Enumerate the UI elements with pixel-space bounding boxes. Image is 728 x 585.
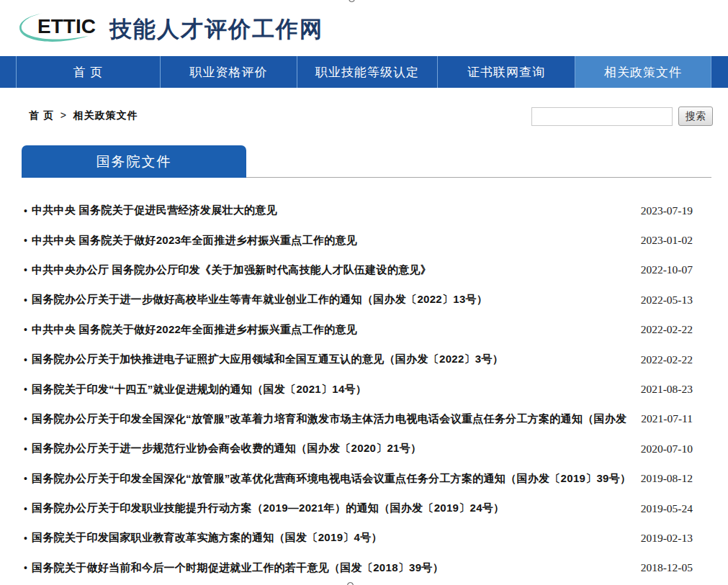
policy-document-list: • 中共中央 国务院关于促进民营经济发展壮大的意见 2023-07-19 • 中…	[22, 196, 711, 583]
document-row: • 国务院办公厅关于印发全国深化“放管服”改革优化营商环境电视电话会议重点任务分…	[22, 464, 711, 494]
document-date: 2019-02-13	[641, 532, 693, 545]
bullet-icon: •	[24, 503, 27, 514]
document-date: 2022-10-07	[641, 263, 693, 276]
document-date: 2022-02-22	[641, 323, 693, 336]
breadcrumb: 首 页 > 相关政策文件	[29, 109, 138, 122]
document-row: • 国务院办公厅关于加快推进电子证照扩大应用领域和全国互通互认的意见（国办发〔2…	[22, 345, 711, 374]
site-header: ETTIC 技能人才评价工作网	[0, 0, 728, 56]
document-date: 2022-05-13	[641, 294, 693, 307]
document-title-link[interactable]: 国务院关于印发国家职业教育改革实施方案的通知（国发〔2019〕4号）	[32, 531, 631, 545]
page-edge-artifact-top	[349, 0, 357, 4]
document-date: 2019-08-12	[641, 472, 693, 485]
nav-left-filler	[0, 56, 16, 88]
breadcrumb-home-link[interactable]: 首 页	[29, 109, 54, 121]
main-nav: 首 页 职业资格评价 职业技能等级认定 证书联网查询 相关政策文件	[0, 56, 728, 88]
document-row: • 国务院关于印发“十四五”就业促进规划的通知（国发〔2021〕14号） 202…	[22, 374, 711, 404]
document-title-link[interactable]: 中共中央 国务院关于做好2023年全面推进乡村振兴重点工作的意见	[32, 234, 631, 248]
bullet-icon: •	[24, 264, 27, 276]
document-title-link[interactable]: 国务院办公厅关于印发全国深化“放管服”改革优化营商环境电视电话会议重点任务分工方…	[32, 472, 631, 486]
document-title-link[interactable]: 国务院办公厅关于进一步做好高校毕业生等青年就业创业工作的通知（国办发〔2022〕…	[32, 293, 631, 307]
document-title-link[interactable]: 中共中央 国务院关于促进民营经济发展壮大的意见	[32, 204, 631, 217]
bullet-icon: •	[24, 384, 27, 395]
document-row: • 中共中央办公厅 国务院办公厅印发《关于加强新时代高技能人才队伍建设的意见》 …	[22, 255, 711, 285]
document-row: • 国务院办公厅关于印发全国深化“放管服”改革着力培育和激发市场主体活力电视电话…	[22, 404, 711, 434]
nav-tab[interactable]: 职业资格评价	[160, 56, 297, 88]
site-title: 技能人才评价工作网	[109, 14, 323, 45]
document-title-link[interactable]: 中共中央办公厅 国务院办公厅印发《关于加强新时代高技能人才队伍建设的意见》	[32, 263, 631, 277]
document-row: • 国务院关于印发国家职业教育改革实施方案的通知（国发〔2019〕4号） 201…	[22, 523, 711, 553]
document-date: 2021-07-11	[641, 412, 693, 425]
page-edge-artifact-bottom	[347, 581, 356, 585]
search-button[interactable]: 搜索	[678, 106, 713, 126]
document-row: • 国务院办公厅关于进一步做好高校毕业生等青年就业创业工作的通知（国办发〔202…	[22, 285, 711, 314]
document-title-link[interactable]: 国务院关于做好当前和今后一个时期促进就业工作的若干意见（国发〔2018〕39号）	[32, 561, 631, 575]
bullet-icon: •	[24, 354, 27, 366]
bullet-icon: •	[24, 294, 27, 306]
bullet-icon: •	[24, 413, 27, 425]
document-row: • 中共中央 国务院关于做好2022年全面推进乡村振兴重点工作的意见 2022-…	[22, 315, 711, 345]
document-row: • 国务院关于做好当前和今后一个时期促进就业工作的若干意见（国发〔2018〕39…	[22, 553, 711, 583]
search-input[interactable]	[531, 107, 673, 126]
bullet-icon: •	[24, 324, 27, 335]
logo-text: ETTIC	[37, 15, 96, 38]
tab-state-council-documents[interactable]: 国务院文件	[22, 145, 246, 178]
ettic-logo[interactable]: ETTIC	[18, 9, 104, 47]
document-date: 2023-07-19	[641, 204, 693, 217]
bullet-icon: •	[24, 562, 27, 573]
breadcrumb-current: 相关政策文件	[73, 109, 138, 121]
document-row: • 国务院办公厅关于印发职业技能提升行动方案（2019—2021年）的通知（国办…	[22, 494, 711, 523]
document-date: 2021-08-23	[641, 383, 693, 396]
document-title-link[interactable]: 国务院办公厅关于印发职业技能提升行动方案（2019—2021年）的通知（国办发〔…	[32, 502, 631, 515]
document-title-link[interactable]: 中共中央 国务院关于做好2022年全面推进乡村振兴重点工作的意见	[32, 323, 631, 337]
document-row: • 中共中央 国务院关于促进民营经济发展壮大的意见 2023-07-19	[22, 196, 711, 225]
section-tab-bar: 国务院文件	[22, 146, 711, 178]
nav-tab[interactable]: 首 页	[16, 56, 160, 88]
document-date: 2022-02-22	[641, 353, 693, 366]
nav-tab[interactable]: 相关政策文件	[575, 56, 711, 88]
bullet-icon: •	[24, 532, 27, 544]
document-title-link[interactable]: 国务院办公厅关于加快推进电子证照扩大应用领域和全国互通互认的意见（国办发〔202…	[32, 353, 631, 366]
nav-tab[interactable]: 证书联网查询	[437, 56, 575, 88]
document-row: • 国务院办公厅关于进一步规范行业协会商会收费的通知（国办发〔2020〕21号）…	[22, 434, 711, 463]
document-title-link[interactable]: 国务院关于印发“十四五”就业促进规划的通知（国发〔2021〕14号）	[32, 383, 631, 396]
bullet-icon: •	[24, 205, 27, 217]
search-box: 搜索	[531, 106, 713, 126]
document-row: • 中共中央 国务院关于做好2023年全面推进乡村振兴重点工作的意见 2023-…	[22, 225, 711, 255]
bullet-icon: •	[24, 473, 27, 484]
bullet-icon: •	[24, 443, 27, 455]
bullet-icon: •	[24, 235, 27, 246]
document-date: 2023-01-02	[641, 234, 693, 247]
breadcrumb-separator: >	[60, 109, 67, 121]
nav-tab[interactable]: 职业技能等级认定	[297, 56, 437, 88]
document-date: 2018-12-05	[641, 561, 693, 574]
document-date: 2019-05-24	[641, 502, 693, 515]
document-date: 2020-07-10	[641, 443, 693, 455]
document-title-link[interactable]: 国务院办公厅关于进一步规范行业协会商会收费的通知（国办发〔2020〕21号）	[32, 442, 631, 455]
document-title-link[interactable]: 国务院办公厅关于印发全国深化“放管服”改革着力培育和激发市场主体活力电视电话会议…	[32, 412, 631, 426]
